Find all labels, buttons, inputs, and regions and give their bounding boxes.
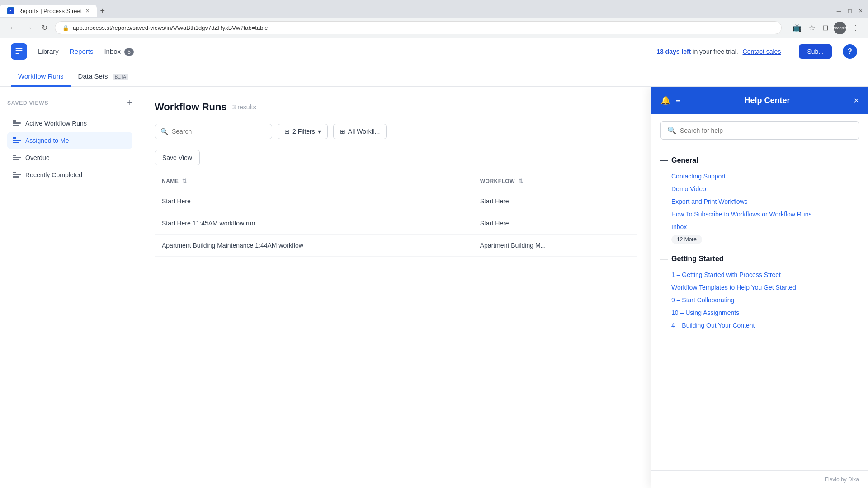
table-row[interactable]: Start Here 11:45AM workflow run Start He… <box>155 212 637 235</box>
tab-favicon: P <box>7 7 14 14</box>
getting-started-title: Getting Started <box>671 255 724 263</box>
sidebar-item-assigned-to-me[interactable]: Assigned to Me <box>7 132 132 149</box>
row-name: Start Here 11:45AM workflow run <box>155 212 473 235</box>
maximize-icon[interactable]: □ <box>848 8 852 14</box>
row-workflow: Start Here <box>473 212 637 235</box>
profile-label: Incognito <box>832 26 849 30</box>
help-content: — General Contacting Support Demo Video … <box>651 147 868 470</box>
content-area: Workflow Runs 3 results 🔍 ⊟ 2 Filters ▾ … <box>140 87 651 488</box>
new-tab-button[interactable]: + <box>97 5 109 18</box>
help-link-collaborating[interactable]: 9 – Start Collaborating <box>660 294 859 306</box>
contact-sales-link[interactable]: Contact sales <box>743 48 781 55</box>
help-link-getting-started-1[interactable]: 1 – Getting Started with Process Street <box>660 268 859 281</box>
search-icon: 🔍 <box>160 128 168 135</box>
help-section-general-header: — General <box>660 156 859 164</box>
sidebar-item-recently-completed[interactable]: Recently Completed <box>7 167 132 183</box>
lock-icon: 🔒 <box>62 25 69 31</box>
general-more-badge[interactable]: 12 More <box>671 235 702 244</box>
table-row[interactable]: Start Here Start Here <box>155 190 637 212</box>
filter-button[interactable]: ⊟ 2 Filters ▾ <box>278 124 328 139</box>
nav-inbox[interactable]: Inbox 5 <box>104 47 134 55</box>
help-link-inbox[interactable]: Inbox <box>660 221 859 233</box>
help-icon-button[interactable]: ? <box>843 44 857 59</box>
help-footer: Elevio by Dixa <box>651 470 868 488</box>
forward-button[interactable]: → <box>24 22 34 34</box>
cast-icon[interactable]: 📺 <box>791 22 803 34</box>
main-layout: SAVED VIEWS + Active Workflow Runs Assig… <box>0 87 868 488</box>
svg-rect-8 <box>13 155 16 156</box>
profile-button[interactable]: Incognito <box>834 22 846 34</box>
sort-name-icon[interactable]: ⇅ <box>182 178 187 184</box>
row-name: Start Here <box>155 190 473 212</box>
help-link-workflow-templates[interactable]: Workflow Templates to Help You Get Start… <box>660 281 859 294</box>
nav-library[interactable]: Library <box>38 47 59 55</box>
sidebar-item-active-workflow-runs[interactable]: Active Workflow Runs <box>7 115 132 131</box>
assigned-icon <box>13 137 21 144</box>
bookmark-icon[interactable]: ☆ <box>807 22 817 34</box>
results-count: 3 results <box>232 103 256 111</box>
save-view-button[interactable]: Save View <box>155 150 200 165</box>
sort-workflow-icon[interactable]: ⇅ <box>519 178 524 184</box>
back-button[interactable]: ← <box>7 22 18 34</box>
toolbar: 🔍 ⊟ 2 Filters ▾ ⊞ All Workfl... <box>155 124 637 139</box>
help-search-input[interactable] <box>680 127 852 134</box>
search-box[interactable]: 🔍 <box>155 124 272 139</box>
svg-rect-9 <box>13 157 21 158</box>
svg-rect-3 <box>13 122 21 124</box>
help-link-subscribe-workflows[interactable]: How To Subscribe to Workflows or Workflo… <box>660 208 859 221</box>
help-header: 🔔 ≡ Help Center × <box>651 87 868 114</box>
help-close-button[interactable]: × <box>854 95 859 106</box>
tab-data-sets[interactable]: Data Sets BETA <box>71 67 136 87</box>
inbox-badge: 5 <box>124 48 134 56</box>
help-link-contacting-support[interactable]: Contacting Support <box>660 170 859 183</box>
help-link-using-assignments[interactable]: 10 – Using Assignments <box>660 306 859 319</box>
getting-started-toggle-icon[interactable]: — <box>660 255 668 263</box>
column-name[interactable]: NAME ⇅ <box>155 173 473 190</box>
help-link-demo-video[interactable]: Demo Video <box>660 183 859 195</box>
add-view-button[interactable]: + <box>127 98 132 108</box>
svg-rect-12 <box>13 174 21 175</box>
url-box[interactable]: 🔒 app.process.st/reports/saved-views/inA… <box>55 21 782 34</box>
menu-icon[interactable]: ⋮ <box>850 22 861 34</box>
minimize-icon[interactable]: ─ <box>837 8 841 14</box>
content-header: Workflow Runs 3 results <box>155 101 637 113</box>
help-link-building-content[interactable]: 4 – Building Out Your Content <box>660 319 859 332</box>
active-tab[interactable]: P Reports | Process Street × <box>0 5 97 17</box>
row-workflow: Apartment Building M... <box>473 235 637 257</box>
help-menu-button[interactable]: ≡ <box>676 96 681 105</box>
app-container: Library Reports Inbox 5 13 days left in … <box>0 38 868 488</box>
saved-views-label: SAVED VIEWS <box>7 100 48 106</box>
tab-workflow-runs[interactable]: Workflow Runs <box>11 67 71 87</box>
help-section-general: — General Contacting Support Demo Video … <box>660 156 859 244</box>
help-title: Help Center <box>744 96 790 105</box>
column-workflow[interactable]: WORKFLOW ⇅ <box>473 173 637 190</box>
sidebar-icon[interactable]: ⊟ <box>821 22 830 34</box>
main-nav: Library Reports Inbox 5 <box>38 47 134 55</box>
workflow-runs-table: NAME ⇅ WORKFLOW ⇅ Start Here St <box>155 173 637 257</box>
trial-banner: 13 days left in your free trial. Contact… <box>656 48 781 55</box>
tab-title: Reports | Process Street <box>18 8 82 14</box>
search-icon: 🔍 <box>667 126 676 135</box>
help-link-export-print[interactable]: Export and Print Workflows <box>660 195 859 208</box>
address-bar: ← → ↻ 🔒 app.process.st/reports/saved-vie… <box>0 18 868 38</box>
help-search-box[interactable]: 🔍 <box>660 121 859 140</box>
all-workflows-button[interactable]: ⊞ All Workfl... <box>333 124 387 139</box>
tab-close-button[interactable]: × <box>85 7 89 14</box>
table-header-row: NAME ⇅ WORKFLOW ⇅ <box>155 173 637 190</box>
table-row[interactable]: Apartment Building Maintenance 1:44AM wo… <box>155 235 637 257</box>
browser-actions: 📺 ☆ ⊟ Incognito ⋮ <box>791 22 861 34</box>
nav-reports[interactable]: Reports <box>70 47 94 55</box>
subscribe-button[interactable]: Sub... <box>799 44 832 59</box>
url-text: app.process.st/reports/saved-views/inAAw… <box>73 24 268 31</box>
help-section-getting-started: — Getting Started 1 – Getting Started wi… <box>660 255 859 332</box>
help-bell-button[interactable]: 🔔 <box>660 95 670 105</box>
svg-rect-6 <box>13 140 21 141</box>
close-window-icon[interactable]: × <box>859 7 863 14</box>
row-workflow: Start Here <box>473 190 637 212</box>
sidebar-item-overdue[interactable]: Overdue <box>7 150 132 166</box>
general-toggle-icon[interactable]: — <box>660 156 668 164</box>
refresh-button[interactable]: ↻ <box>40 22 49 34</box>
svg-rect-10 <box>13 159 19 160</box>
app-logo[interactable] <box>11 43 27 60</box>
search-input[interactable] <box>172 128 266 135</box>
